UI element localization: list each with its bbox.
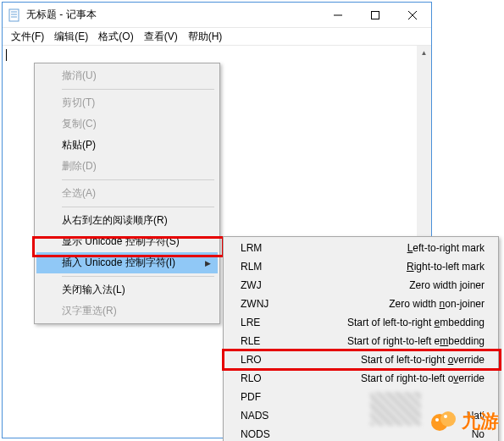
unicode-code: RLE [241,335,286,347]
unicode-desc: Zero width non-joiner [286,298,485,310]
minimize-button[interactable] [319,3,357,27]
unicode-code: ZWJ [241,279,286,291]
context-menu: 撤消(U) 剪切(T) 复制(C) 粘贴(P) 删除(D) 全选(A) 从右到左… [34,63,220,324]
notepad-icon [8,8,21,22]
unicode-desc: Left-to-right mark [286,242,485,254]
unicode-item-zwj[interactable]: ZWJZero width joiner [225,276,496,295]
unicode-item-lrm[interactable]: LRMLeft-to-right mark [225,239,496,257]
menu-copy[interactable]: 复制(C) [36,113,218,135]
unicode-desc: Right-to-left mark [286,261,485,273]
unicode-code: RLO [241,372,286,384]
unicode-desc: Start of right-to-left override [286,372,485,384]
unicode-code: NODS [241,428,286,440]
unicode-code: LRE [241,317,286,328]
menu-rtl-reading[interactable]: 从右到左的阅读顺序(R) [36,210,218,231]
unicode-code: RLM [241,261,286,273]
menu-show-unicode[interactable]: 显示 Unicode 控制字符(S) [36,231,218,252]
unicode-desc: Start of left-to-right embedding [286,317,485,328]
submenu-arrow-icon: ▶ [205,259,211,267]
menu-file[interactable]: 文件(F) [6,28,49,46]
unicode-desc: Start of left-to-right override [286,354,485,366]
unicode-submenu: LRMLeft-to-right markRLMRight-to-left ma… [223,236,499,441]
close-button[interactable] [394,3,431,27]
menu-format[interactable]: 格式(O) [93,28,138,46]
unicode-code: LRM [241,242,286,254]
menu-close-ime[interactable]: 关闭输入法(L) [36,279,218,300]
unicode-item-nads[interactable]: NADSNati [225,406,496,425]
menubar: 文件(F) 编辑(E) 格式(O) 查看(V) 帮助(H) [3,28,431,45]
unicode-code: NADS [241,410,286,422]
menu-edit[interactable]: 编辑(E) [49,28,93,46]
menu-paste[interactable]: 粘贴(P) [36,135,218,156]
unicode-item-lre[interactable]: LREStart of left-to-right embedding [225,313,496,332]
menu-item-label: 插入 Unicode 控制字符(I) [62,256,175,270]
menu-reconvert[interactable]: 汉字重选(R) [36,300,218,322]
unicode-code: ZWNJ [241,298,286,310]
unicode-item-lro[interactable]: LROStart of left-to-right override [225,350,496,369]
unicode-item-pdf[interactable]: PDF [225,388,496,406]
menu-undo[interactable]: 撤消(U) [36,65,218,86]
scroll-up-arrow[interactable]: ▲ [417,46,431,60]
menu-separator [62,89,214,90]
menu-cut[interactable]: 剪切(T) [36,92,218,113]
unicode-item-rlo[interactable]: RLOStart of right-to-left override [225,369,496,388]
unicode-item-rlm[interactable]: RLMRight-to-left mark [225,257,496,276]
window-controls [319,3,431,27]
menu-separator [62,207,214,207]
unicode-code: LRO [241,354,286,366]
titlebar: 无标题 - 记事本 [3,3,431,28]
menu-view[interactable]: 查看(V) [139,28,183,46]
menu-help[interactable]: 帮助(H) [183,28,228,46]
menu-separator [62,179,214,180]
unicode-item-zwnj[interactable]: ZWNJZero width non-joiner [225,295,496,313]
menu-delete[interactable]: 删除(D) [36,156,218,177]
maximize-button[interactable] [357,3,394,27]
unicode-desc: Nati [286,410,485,422]
svg-rect-5 [372,11,379,19]
unicode-item-nods[interactable]: NODSNo [225,425,496,441]
unicode-desc: Zero width joiner [286,279,485,291]
svg-rect-0 [9,9,19,21]
unicode-desc: Start of right-to-left embedding [286,335,485,347]
unicode-desc: No [286,428,485,440]
unicode-item-rle[interactable]: RLEStart of right-to-left embedding [225,332,496,350]
window-title: 无标题 - 记事本 [26,8,319,22]
menu-select-all[interactable]: 全选(A) [36,183,218,204]
unicode-code: PDF [241,391,286,403]
text-caret [6,49,7,61]
menu-insert-unicode[interactable]: 插入 Unicode 控制字符(I) ▶ [36,252,218,273]
menu-separator [62,276,214,277]
